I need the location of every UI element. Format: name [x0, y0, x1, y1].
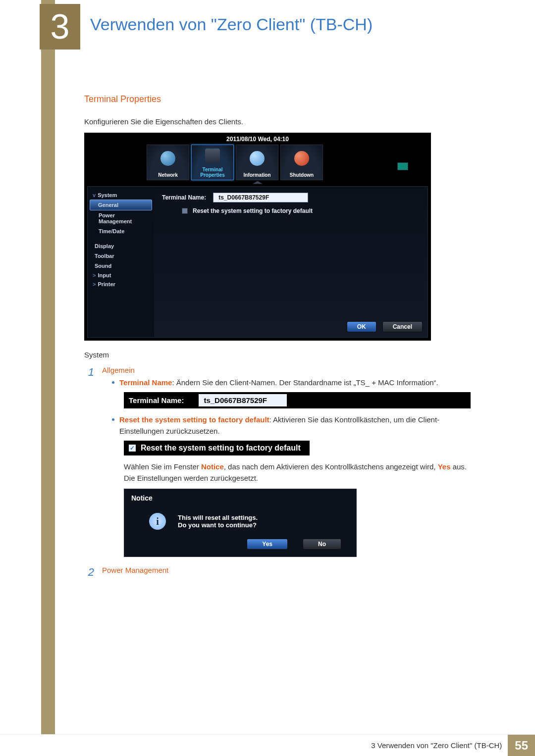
notice-title: Notice [124, 489, 356, 507]
chapter-title: Verwenden von "Zero Client" (TB-CH) [90, 15, 373, 34]
main-content: Terminal Properties Konfigurieren Sie di… [84, 94, 471, 583]
settings-main: Terminal Name: ts_D0667B87529F Reset the… [154, 187, 428, 337]
list-number: 2 [84, 566, 94, 579]
terminal-icon [205, 149, 220, 163]
terminal-name-label: Terminal Name: [162, 194, 206, 201]
factory-reset-strip-label: Reset the system setting to factory defa… [141, 444, 301, 453]
sidebar-item-display[interactable]: Display [90, 241, 152, 251]
tab-shutdown[interactable]: Shutdown [280, 145, 323, 180]
bullet-icon [112, 418, 114, 421]
factory-reset-strip: ✓ Reset the system setting to factory de… [124, 441, 310, 455]
sidebar-item-toolbar[interactable]: Toolbar [90, 251, 152, 261]
info-icon: i [149, 513, 166, 530]
factory-reset-checkbox[interactable] [182, 208, 188, 214]
collapse-arrow-icon[interactable] [253, 181, 263, 184]
power-icon [294, 151, 309, 166]
sidebar-group-input[interactable]: >Input [90, 271, 152, 280]
list-item-2: 2 Power Management [84, 566, 471, 579]
sidebar-item-sound[interactable]: Sound [90, 261, 152, 271]
chevron-down-icon: v [93, 192, 96, 198]
chapter-number: 3 [51, 7, 70, 47]
tab-bar: Network Terminal Properties Information … [147, 145, 323, 180]
chevron-right-icon: > [93, 281, 96, 287]
intro-paragraph: Konfigurieren Sie die Eigenschaften des … [84, 116, 471, 128]
checkbox-checked-icon: ✓ [129, 445, 136, 452]
page-number: 55 [508, 735, 535, 756]
terminal-name-strip: Terminal Name: ts_D0667B87529F [124, 392, 471, 408]
power-management-title: Power Management [102, 566, 471, 574]
sidebar-item-power-management[interactable]: Power Management [90, 210, 152, 226]
tab-terminal-properties[interactable]: Terminal Properties [191, 145, 234, 180]
terminal-name-strip-value: ts_D0667B87529F [199, 394, 287, 406]
terminal-name-field[interactable]: ts_D0667B87529F [213, 193, 308, 202]
display-indicator-icon [397, 162, 408, 170]
factory-reset-label: Reset the system setting to factory defa… [193, 207, 313, 214]
cancel-button[interactable]: Cancel [382, 321, 423, 332]
notice-line2: Do you want to continue? [178, 521, 258, 529]
datetime-label: 2011/08/10 Wed, 04:10 [84, 136, 431, 143]
sidebar-group-printer[interactable]: >Printer [90, 280, 152, 289]
allgemein-title: Allgemein [102, 366, 471, 374]
chevron-right-icon: > [93, 272, 96, 278]
terminal-name-strip-label: Terminal Name: [124, 392, 199, 408]
notice-instruction: Wählen Sie im Fenster Notice, das nach d… [124, 461, 471, 484]
ok-button[interactable]: OK [347, 321, 376, 332]
info-icon [250, 151, 265, 166]
list-item-1: 1 Allgemein Terminal Name: Ändern Sie de… [84, 366, 471, 562]
notice-line1: This will reset all settings. [178, 514, 258, 521]
sidebar-group-system[interactable]: vSystem [90, 191, 152, 200]
screenshot-terminal-properties: 2011/08/10 Wed, 04:10 Network Terminal P… [84, 133, 431, 341]
system-heading: System [84, 351, 471, 359]
sidebar-item-general[interactable]: General [90, 200, 152, 210]
notice-dialog: Notice i This will reset all settings. D… [124, 489, 357, 557]
chapter-number-box: 3 [40, 4, 80, 50]
yes-button[interactable]: Yes [247, 539, 288, 550]
settings-sidebar: vSystem General Power Management Time/Da… [88, 187, 154, 337]
bullet-icon [112, 381, 114, 384]
sidebar-stripe [41, 0, 55, 756]
tab-network[interactable]: Network [147, 145, 189, 180]
bullet-terminal-name: Terminal Name: Ändern Sie den Client-Nam… [119, 377, 438, 389]
tab-information[interactable]: Information [236, 145, 278, 180]
sidebar-item-time-date[interactable]: Time/Date [90, 226, 152, 236]
screenshot-body: vSystem General Power Management Time/Da… [87, 186, 428, 338]
bullet-factory-reset: Reset the system setting to factory defa… [119, 414, 471, 437]
footer-text: 3 Verwenden von "Zero Client" (TB-CH) [371, 741, 502, 750]
list-number: 1 [84, 366, 94, 562]
no-button[interactable]: No [303, 539, 341, 550]
section-heading: Terminal Properties [84, 94, 471, 104]
globe-icon [160, 151, 175, 166]
page-footer: 3 Verwenden von "Zero Client" (TB-CH) 55 [0, 734, 535, 756]
